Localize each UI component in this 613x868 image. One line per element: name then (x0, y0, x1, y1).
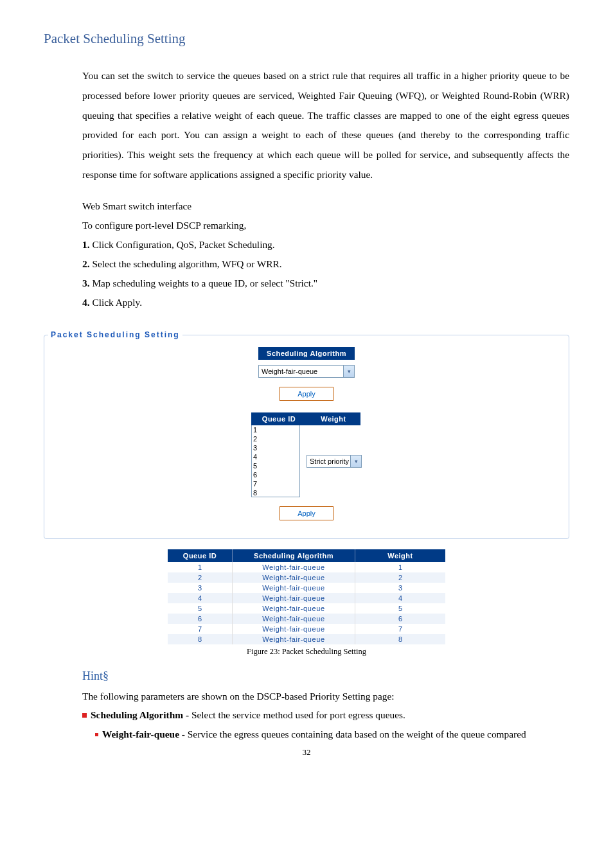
cell-weight: 4 (355, 593, 446, 603)
cell-queue-id: 8 (168, 634, 233, 644)
queue-option-6[interactable]: 6 (253, 470, 298, 479)
th-scheduling-algorithm: Scheduling Algorithm (233, 549, 355, 562)
cell-queue-id: 4 (168, 593, 233, 603)
table-row: 3Weight-fair-queue3 (168, 583, 445, 593)
table-row: 5Weight-fair-queue5 (168, 603, 445, 614)
th-queue-id: Queue ID (168, 549, 233, 562)
queue-id-listbox[interactable]: 1 2 3 4 5 6 7 8 (251, 425, 300, 497)
scheduling-algorithm-value: Weight-fair-queue (262, 368, 317, 375)
apply-button-bottom[interactable]: Apply (280, 506, 333, 520)
chevron-down-icon: ▾ (350, 456, 361, 467)
queue-summary-table: Queue ID Scheduling Algorithm Weight 1We… (168, 549, 445, 644)
apply-button-top[interactable]: Apply (280, 387, 333, 401)
weight-select[interactable]: Strict priority ▾ (306, 455, 362, 468)
cell-algorithm: Weight-fair-queue (233, 562, 355, 572)
queue-option-1[interactable]: 1 (253, 425, 298, 434)
weight-header: Weight (306, 412, 360, 425)
hint-bullet-1: Scheduling Algorithm - Select the servic… (82, 705, 569, 724)
step-4: 4. Click Apply. (82, 293, 569, 312)
table-row: 4Weight-fair-queue4 (168, 593, 445, 603)
cell-queue-id: 5 (168, 603, 233, 614)
cell-weight: 1 (355, 562, 446, 572)
cell-weight: 7 (355, 624, 446, 634)
fieldset-legend: Packet Scheduling Setting (48, 330, 182, 339)
hint-intro: The following parameters are shown on th… (82, 687, 569, 705)
cell-weight: 8 (355, 634, 446, 644)
cell-algorithm: Weight-fair-queue (233, 572, 355, 583)
queue-weight-box: Queue ID 1 2 3 4 5 6 7 8 Weight (251, 412, 362, 497)
queue-option-4[interactable]: 4 (253, 452, 298, 461)
intro-paragraph: You can set the switch to service the qu… (82, 66, 569, 185)
queue-option-2[interactable]: 2 (253, 434, 298, 443)
queue-option-5[interactable]: 5 (253, 461, 298, 470)
step-3: 3. Map scheduling weights to a queue ID,… (82, 274, 569, 293)
table-row: 6Weight-fair-queue6 (168, 614, 445, 624)
cell-queue-id: 2 (168, 572, 233, 583)
weight-select-value: Strict priority (310, 457, 349, 465)
steps-intro: To configure port-level DSCP remarking, (82, 216, 569, 235)
interface-label: Web Smart switch interface (82, 197, 569, 216)
step-1: 1. Click Configuration, QoS, Packet Sche… (82, 235, 569, 254)
queue-option-3[interactable]: 3 (253, 443, 298, 452)
cell-weight: 3 (355, 583, 446, 593)
cell-algorithm: Weight-fair-queue (233, 624, 355, 634)
hint-heading: Hint§ (82, 669, 569, 683)
scheduling-algorithm-header: Scheduling Algorithm (258, 347, 355, 360)
cell-queue-id: 1 (168, 562, 233, 572)
step-2: 2. Select the scheduling algorithm, WFQ … (82, 254, 569, 274)
cell-weight: 2 (355, 572, 446, 583)
cell-algorithm: Weight-fair-queue (233, 634, 355, 644)
cell-queue-id: 6 (168, 614, 233, 624)
queue-option-7[interactable]: 7 (253, 479, 298, 488)
cell-weight: 6 (355, 614, 446, 624)
hint-subbullet-1a: Weight-fair-queue - Service the egress q… (95, 725, 569, 743)
figure-caption: Figure 23: Packet Scheduling Setting (44, 647, 569, 657)
page-number: 32 (44, 747, 569, 757)
square-bullet-icon (95, 733, 98, 736)
page-title: Packet Scheduling Setting (44, 31, 569, 47)
table-row: 1Weight-fair-queue1 (168, 562, 445, 572)
cell-algorithm: Weight-fair-queue (233, 583, 355, 593)
table-row: 8Weight-fair-queue8 (168, 634, 445, 644)
cell-queue-id: 7 (168, 624, 233, 634)
cell-algorithm: Weight-fair-queue (233, 603, 355, 614)
th-weight: Weight (355, 549, 446, 562)
queue-option-8[interactable]: 8 (253, 488, 298, 497)
table-row: 2Weight-fair-queue2 (168, 572, 445, 583)
scheduling-algorithm-select[interactable]: Weight-fair-queue ▾ (258, 365, 355, 378)
cell-queue-id: 3 (168, 583, 233, 593)
packet-scheduling-fieldset: Packet Scheduling Setting Scheduling Alg… (44, 330, 569, 539)
table-row: 7Weight-fair-queue7 (168, 624, 445, 634)
square-bullet-icon (82, 713, 87, 718)
cell-weight: 5 (355, 603, 446, 614)
cell-algorithm: Weight-fair-queue (233, 593, 355, 603)
cell-algorithm: Weight-fair-queue (233, 614, 355, 624)
queue-id-header: Queue ID (251, 412, 306, 425)
chevron-down-icon: ▾ (343, 366, 354, 377)
